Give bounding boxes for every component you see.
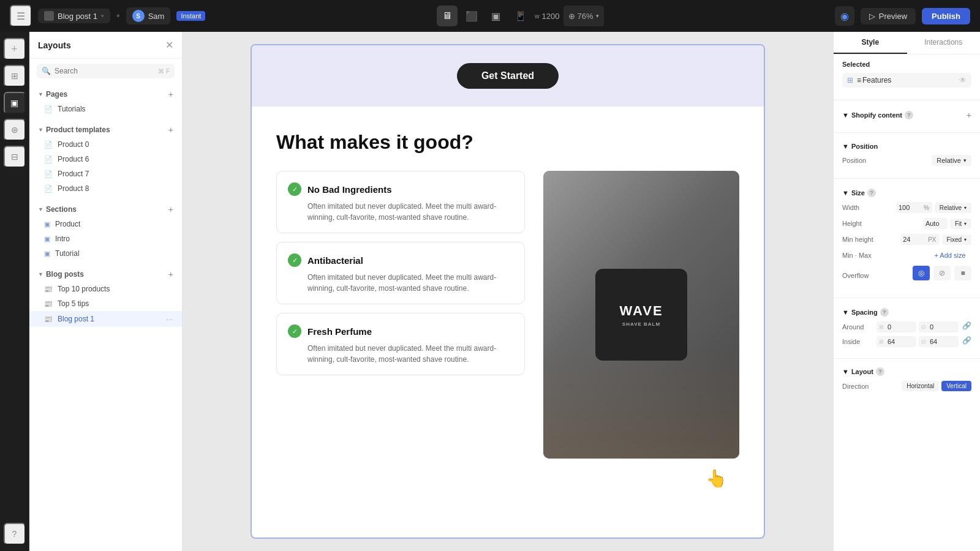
height-type-select[interactable]: Fit ▾ [950, 219, 971, 229]
pages-section-header[interactable]: ▼ Pages + [29, 86, 182, 102]
spacing-header: ▼ Spacing ? [842, 308, 971, 317]
page-selector[interactable]: Blog post 1 ▾ [38, 9, 110, 23]
user-badge[interactable]: S Sam [126, 7, 171, 24]
inside-input-2[interactable] [929, 336, 946, 347]
minheight-input[interactable] [900, 234, 925, 245]
features-list: ✓ No Bad Ingredients Often imitated but … [276, 171, 525, 459]
inside-field-1[interactable]: ⊠ [876, 336, 916, 347]
top5tips-icon: 📰 [44, 300, 53, 308]
search-input[interactable] [55, 67, 154, 75]
top10-icon: 📰 [44, 285, 53, 293]
shopify-title: ▼ Shopify content ? [842, 111, 913, 119]
blog-posts-section-header[interactable]: ▼ Blog posts + [29, 266, 182, 282]
visibility-toggle-button[interactable]: 👁 [959, 76, 967, 84]
canvas-area[interactable]: Get Started What makes it good? ✓ No Bad… [183, 32, 833, 551]
product-image: WAVE SHAVE BALM [543, 171, 739, 459]
feature-check-2: ✓ [288, 253, 301, 267]
device-mobile-button[interactable]: 📱 [510, 6, 531, 26]
sidebar-item-product-0[interactable]: 📄 Product 0 [29, 137, 182, 152]
topbar-center: 🖥 ⬛ ▣ 📱 w 1200 ⊕ 76% ▾ [213, 6, 827, 26]
around-field-1[interactable]: ⊠ [876, 321, 916, 332]
sidebar-item-product-8[interactable]: 📄 Product 8 [29, 181, 182, 196]
layout-info-icon[interactable]: ? [876, 367, 884, 376]
shopify-header: ▼ Shopify content ? + [842, 110, 971, 120]
device-tablet-landscape-button[interactable]: ⬛ [461, 6, 482, 26]
overflow-scroll-button[interactable]: ■ [954, 266, 971, 280]
sections-section-header[interactable]: ▼ Sections + [29, 201, 182, 217]
sidebar-item-top5tips[interactable]: 📰 Top 5 tips [29, 296, 182, 311]
sidebar-item-product-6[interactable]: 📄 Product 6 [29, 152, 182, 167]
feature-card-1: ✓ No Bad Ingredients Often imitated but … [276, 171, 525, 233]
pages-add-button[interactable]: + [168, 89, 173, 99]
direction-h-button[interactable]: Horizontal [902, 381, 939, 391]
panel-close-button[interactable]: ✕ [165, 39, 173, 51]
spacing-title: ▼ Spacing ? [842, 308, 889, 317]
sidebar-item-tutorials[interactable]: 📄 Tutorials [29, 102, 182, 116]
sidebar-item-intro[interactable]: ▣ Intro [29, 231, 182, 246]
selected-row: ⊞ ≡Features 👁 [842, 73, 971, 88]
direction-v-button[interactable]: Vertical [941, 381, 971, 391]
blog-posts-add-button[interactable]: + [168, 269, 173, 279]
size-info-icon[interactable]: ? [867, 189, 876, 197]
width-type-select[interactable]: Relative ▾ [935, 203, 971, 213]
tab-style[interactable]: Style [834, 32, 907, 54]
feature-title-3: Fresh Perfume [307, 326, 372, 337]
position-prop-row: Position Relative ▾ [842, 155, 971, 166]
pages-button[interactable]: ▣ [4, 92, 26, 114]
banner-cta-button[interactable]: Get Started [457, 63, 559, 89]
preview-button[interactable]: ▷ Preview [861, 8, 916, 24]
overflow-hidden-button[interactable]: ⊘ [933, 266, 951, 280]
add-size-button[interactable]: + Add size [929, 250, 971, 261]
direction-row: Direction Horizontal Vertical [842, 381, 971, 391]
canvas-frame: Get Started What makes it good? ✓ No Bad… [251, 44, 765, 539]
around-input-1[interactable] [886, 321, 901, 332]
minheight-type-select[interactable]: Fixed ▾ [942, 234, 971, 245]
publish-button[interactable]: Publish [922, 8, 970, 24]
minheight-unit: PX [925, 234, 939, 245]
blogpost1-more-button[interactable]: ··· [166, 314, 173, 324]
product-templates-add-button[interactable]: + [168, 125, 173, 135]
collab-button[interactable]: ◉ [835, 6, 854, 26]
device-desktop-button[interactable]: 🖥 [437, 6, 458, 26]
blog-posts-section: ▼ Blog posts + 📰 Top 10 products 📰 Top 5… [29, 263, 182, 329]
assets-button[interactable]: ⊟ [4, 146, 26, 168]
position-header: ▼ Position [842, 143, 971, 150]
width-field[interactable]: % [896, 202, 932, 213]
height-field[interactable] [923, 218, 948, 229]
inside-label: Inside [842, 338, 873, 345]
right-panel: Style Interactions Selected ⊞ ≡Features … [833, 32, 980, 551]
around-link-icon[interactable]: 🔗 [962, 321, 971, 332]
around-field-2[interactable]: ⊟ [919, 321, 959, 332]
around-input-2[interactable] [929, 321, 943, 332]
feature-title-2: Antibacterial [307, 255, 363, 266]
overflow-visible-button[interactable]: ◎ [913, 266, 930, 280]
product-section-icon: ▣ [44, 220, 50, 228]
menu-toggle-button[interactable]: ☰ [10, 5, 32, 27]
inside-link-icon[interactable]: 🔗 [962, 336, 971, 347]
sidebar-item-blogpost1[interactable]: 📰 Blog post 1 ··· [29, 311, 182, 327]
spacing-info-icon[interactable]: ? [880, 308, 889, 317]
device-tablet-portrait-button[interactable]: ▣ [486, 6, 507, 26]
add-element-button[interactable]: + [4, 38, 26, 60]
layers-button[interactable]: ⊞ [4, 65, 26, 87]
sidebar-item-tutorial[interactable]: ▣ Tutorial [29, 246, 182, 261]
minheight-field[interactable]: PX [900, 234, 939, 245]
sections-add-button[interactable]: + [168, 204, 173, 214]
inside-input-1[interactable] [886, 336, 903, 347]
inside-field-2[interactable]: ⊟ [919, 336, 959, 347]
page-name: Blog post 1 [58, 12, 97, 21]
shopify-add-button[interactable]: + [967, 110, 971, 120]
sidebar-item-top10[interactable]: 📰 Top 10 products [29, 282, 182, 296]
width-input[interactable] [896, 202, 921, 213]
components-button[interactable]: ⊛ [4, 119, 26, 141]
product-templates-section-header[interactable]: ▼ Product templates + [29, 121, 182, 137]
position-value-select[interactable]: Relative ▾ [932, 155, 971, 166]
sidebar-item-product-7[interactable]: 📄 Product 7 [29, 167, 182, 181]
zoom-selector[interactable]: ⊕ 76% ▾ [564, 6, 604, 26]
height-input[interactable] [923, 218, 948, 229]
tutorial-section-icon: ▣ [44, 250, 50, 258]
tab-interactions[interactable]: Interactions [907, 32, 981, 54]
shopify-info-icon[interactable]: ? [905, 111, 913, 119]
help-button[interactable]: ? [4, 523, 26, 545]
sidebar-item-product[interactable]: ▣ Product [29, 217, 182, 231]
